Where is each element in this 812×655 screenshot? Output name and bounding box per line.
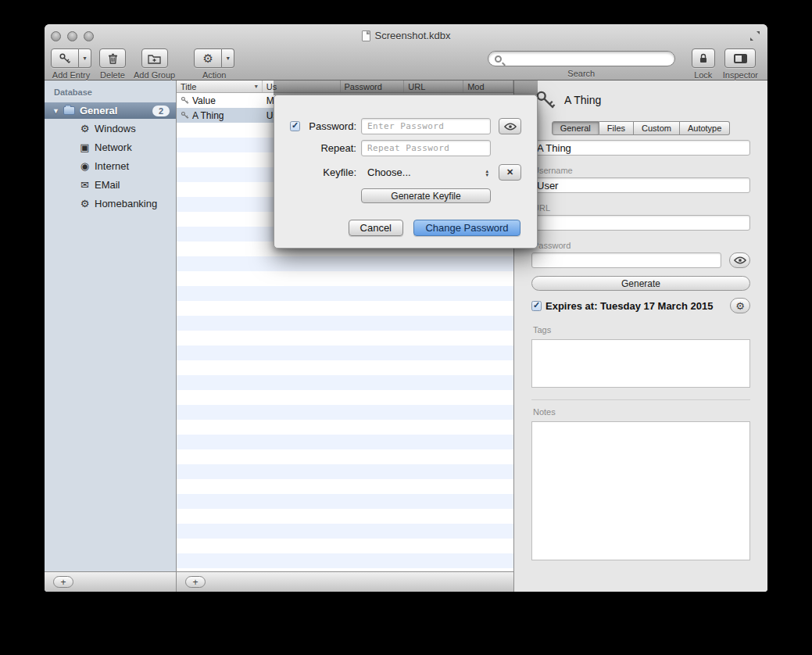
sidebar-item-email[interactable]: ✉EMail xyxy=(45,175,176,194)
sidebar-tree: Database ▼ General 2 ⚙Windows▣Network◉In… xyxy=(45,81,176,571)
empty-row xyxy=(177,316,513,331)
fullscreen-icon[interactable] xyxy=(749,30,760,41)
action-dropdown-button[interactable]: ▾ xyxy=(222,48,234,68)
document-icon xyxy=(362,30,370,41)
password-checkbox[interactable]: ✓ xyxy=(290,121,300,131)
toolbar-add-group: Add Group xyxy=(134,48,175,80)
tab-general[interactable]: General xyxy=(552,121,599,135)
add-entry-button[interactable] xyxy=(51,48,79,68)
sidebar-item-windows[interactable]: ⚙Windows xyxy=(45,119,176,138)
search-field[interactable] xyxy=(488,51,675,66)
empty-row xyxy=(177,449,513,464)
sidebar-group-general[interactable]: ▼ General 2 xyxy=(45,102,176,119)
lock-button[interactable] xyxy=(692,48,715,68)
sidebar-item-label: EMail xyxy=(95,179,120,191)
dialog-repeat-label: Repeat: xyxy=(304,142,361,154)
trash-icon xyxy=(107,52,119,65)
toolbar-delete: Delete xyxy=(99,48,126,80)
empty-row xyxy=(177,271,513,286)
empty-row xyxy=(177,301,513,316)
expires-checkbox[interactable]: ✓ xyxy=(531,301,542,311)
password-field[interactable] xyxy=(531,252,721,268)
gear-icon: ⚙ xyxy=(735,301,745,311)
search-input[interactable] xyxy=(506,52,668,65)
lock-icon xyxy=(698,52,709,64)
sidebar-item-label: Windows xyxy=(95,123,136,134)
sidebar-item-internet[interactable]: ◉Internet xyxy=(45,156,176,175)
title-field[interactable] xyxy=(531,140,750,156)
folder-plus-icon xyxy=(148,53,161,64)
entry-title: Value xyxy=(192,95,216,106)
column-header-title[interactable]: Title▾ xyxy=(177,81,263,92)
sidebar-section-header: Database xyxy=(54,88,176,97)
toolbar-label: Search xyxy=(567,69,595,78)
key-icon xyxy=(59,52,71,65)
key-icon xyxy=(181,111,189,120)
clear-keyfile-button[interactable]: ✕ xyxy=(499,164,521,181)
sidebar-add-button[interactable]: + xyxy=(53,576,73,588)
add-entry-dropdown-button[interactable]: ▾ xyxy=(79,48,91,68)
check-icon: ✓ xyxy=(533,301,540,310)
tags-box[interactable] xyxy=(531,339,750,388)
sidebar-item-label: Homebanking xyxy=(95,198,157,209)
empty-row xyxy=(177,420,513,435)
toolbar-lock: Lock xyxy=(692,48,715,80)
inspector-fields: Username URL Password Generate ✓ Expi xyxy=(514,135,767,563)
entry-count-badge: 2 xyxy=(152,106,170,116)
dialog-repeat-input[interactable] xyxy=(361,140,491,156)
keyfile-value: Choose... xyxy=(367,166,411,178)
group-label: General xyxy=(80,105,152,116)
check-icon: ✓ xyxy=(292,121,299,130)
empty-row xyxy=(177,345,513,360)
change-password-button[interactable]: Change Password xyxy=(413,220,520,236)
entry-title: A Thing xyxy=(192,110,224,121)
notes-box[interactable] xyxy=(531,421,750,560)
expires-label: Expires at: Tuesday 17 March 2015 xyxy=(546,300,713,312)
tab-files[interactable]: Files xyxy=(599,121,634,135)
reveal-password-button[interactable] xyxy=(729,252,750,268)
inspector-header: A Thing xyxy=(514,81,767,111)
key-icon xyxy=(181,96,189,105)
delete-button[interactable] xyxy=(99,48,126,68)
password-label: Password xyxy=(533,241,750,250)
sidebar-item-network[interactable]: ▣Network xyxy=(45,138,176,156)
expires-row: ✓ Expires at: Tuesday 17 March 2015 ⚙ xyxy=(531,298,750,313)
cancel-button[interactable]: Cancel xyxy=(349,220,403,236)
display-icon: ▣ xyxy=(78,141,91,153)
entry-add-button[interactable]: + xyxy=(185,576,206,588)
keyfile-popup[interactable]: Choose... ▴▾ xyxy=(361,166,491,178)
globe-icon: ◉ xyxy=(78,160,91,172)
empty-row xyxy=(177,509,513,524)
generate-password-button[interactable]: Generate xyxy=(531,276,750,291)
sort-indicator-icon: ▾ xyxy=(255,83,258,90)
toolbar-inspector: Inspector xyxy=(723,48,758,80)
add-group-button[interactable] xyxy=(141,48,168,68)
expires-settings-button[interactable]: ⚙ xyxy=(730,298,750,313)
url-field[interactable] xyxy=(531,215,750,231)
tab-custom[interactable]: Custom xyxy=(634,121,680,135)
chevron-down-icon: ▾ xyxy=(84,55,87,62)
inspector-button[interactable] xyxy=(724,48,756,68)
action-button[interactable]: ⚙ xyxy=(194,48,222,68)
eye-icon xyxy=(504,123,517,131)
section-divider xyxy=(531,399,750,400)
sidebar-item-label: Internet xyxy=(95,160,129,172)
sidebar-item-label: Network xyxy=(95,141,132,153)
entry-title-cell: A Thing xyxy=(177,108,263,123)
dialog-password-label: Password: xyxy=(304,120,361,132)
sidebar-item-homebanking[interactable]: ⚙Homebanking xyxy=(45,194,176,213)
empty-row xyxy=(177,286,513,301)
entry-list-bottom-bar: + xyxy=(177,571,513,592)
close-icon: ✕ xyxy=(506,167,513,177)
dialog-password-input[interactable] xyxy=(361,118,491,134)
chevron-down-icon: ▾ xyxy=(227,55,230,62)
empty-row xyxy=(177,524,513,539)
tab-autotype[interactable]: Autotype xyxy=(680,121,730,135)
disclosure-triangle-icon[interactable]: ▼ xyxy=(52,107,59,115)
toolbar-label: Inspector xyxy=(723,70,758,80)
folder-icon xyxy=(63,106,75,115)
eye-icon xyxy=(734,256,746,264)
dialog-reveal-password-button[interactable] xyxy=(499,118,521,134)
generate-keyfile-button[interactable]: Generate Keyfile xyxy=(361,188,491,203)
username-field[interactable] xyxy=(531,177,750,193)
